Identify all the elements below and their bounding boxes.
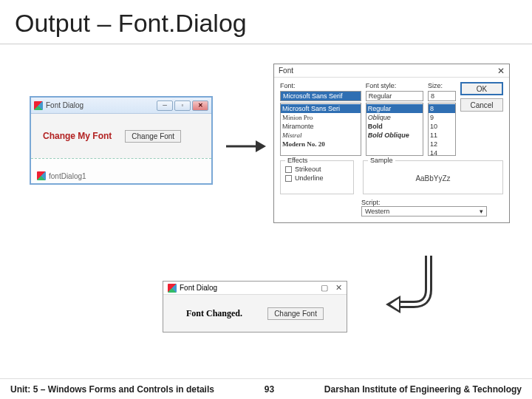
font-input[interactable]: Microsoft Sans Serif: [280, 91, 361, 101]
close-icon[interactable]: ✕: [335, 283, 342, 293]
list-item[interactable]: Mistral: [282, 131, 359, 140]
footer-unit: Unit: 5 – Windows Forms and Controls in …: [10, 384, 214, 395]
app-icon: [34, 101, 43, 110]
close-button[interactable]: ✕: [192, 100, 208, 111]
list-item[interactable]: Bold: [368, 122, 421, 131]
svg-marker-1: [256, 140, 266, 152]
list-item[interactable]: 10: [430, 122, 454, 131]
size-input[interactable]: 8: [428, 91, 456, 101]
slide-footer: Unit: 5 – Windows Forms and Controls in …: [0, 378, 532, 399]
list-item[interactable]: Bold Oblique: [368, 131, 421, 140]
list-item[interactable]: Miramonte: [282, 122, 359, 131]
effects-group: Effects Strikeout Underline: [280, 160, 354, 194]
list-item[interactable]: 9: [430, 113, 454, 122]
fontdialog-component-label: fontDialog1: [49, 172, 86, 180]
slide-title: Output – Font.Dialog: [0, 0, 532, 44]
sample-group: Sample AaBbYyZz: [363, 160, 503, 194]
font-dialog: Font ✕ Font: Microsoft Sans Serif Micros…: [273, 64, 510, 223]
maximize-button[interactable]: ▫: [174, 100, 191, 111]
change-my-font-label: Change My Font: [43, 131, 112, 141]
font-listbox[interactable]: Microsoft Sans Seri Minion Pro Miramonte…: [280, 103, 361, 156]
font-label: Font:: [280, 82, 361, 89]
strikeout-checkbox[interactable]: [285, 166, 292, 173]
list-item[interactable]: 12: [430, 140, 454, 149]
footer-institute: Darshan Institute of Engineering & Techn…: [324, 384, 522, 395]
app-icon: [168, 284, 177, 293]
maximize-icon[interactable]: ▢: [321, 283, 328, 293]
titlebar: Font Dialog ─ ▫ ✕: [31, 98, 211, 114]
fontdialog-component-icon: [37, 171, 46, 180]
minimize-button[interactable]: ─: [157, 100, 173, 111]
strikeout-label: Strikeout: [295, 166, 321, 173]
arrow-right-icon: [223, 132, 267, 161]
demo-window-after: Font Dialog ▢ ✕ Font Changed. Change Fon…: [163, 281, 347, 332]
change-font-button[interactable]: Change Font: [267, 307, 324, 320]
arrow-down-curve-icon: [384, 253, 443, 319]
font-style-listbox[interactable]: Regular Oblique Bold Bold Oblique: [366, 103, 423, 156]
size-label: Size:: [428, 82, 456, 89]
font-changed-label: Font Changed.: [186, 308, 242, 319]
font-dialog-titlebar: Font ✕: [274, 64, 509, 78]
window-title: Font Dialog: [180, 284, 217, 292]
script-value: Western: [365, 208, 389, 215]
list-item[interactable]: Minion Pro: [282, 113, 359, 122]
underline-label: Underline: [295, 174, 324, 182]
sample-text: AaBbYyZz: [415, 174, 450, 183]
script-select[interactable]: Western ▾: [361, 206, 487, 216]
window-title: Font Dialog: [46, 101, 83, 109]
ok-button[interactable]: OK: [460, 82, 503, 95]
list-item[interactable]: 8: [429, 104, 455, 113]
font-dialog-title: Font: [279, 66, 293, 75]
chevron-down-icon: ▾: [480, 208, 483, 215]
footer-page-number: 93: [265, 384, 274, 395]
font-style-input[interactable]: Regular: [366, 91, 423, 101]
component-tray: fontDialog1: [31, 158, 211, 183]
list-item[interactable]: Modern No. 20: [282, 140, 359, 149]
underline-checkbox[interactable]: [285, 175, 292, 182]
effects-legend: Effects: [285, 157, 310, 164]
sample-legend: Sample: [368, 157, 395, 164]
demo-window-before: Font Dialog ─ ▫ ✕ Change My Font Change …: [30, 96, 213, 185]
size-listbox[interactable]: 8 9 10 11 12 14 16: [428, 103, 456, 156]
font-style-label: Font style:: [366, 82, 423, 89]
change-font-button[interactable]: Change Font: [125, 130, 181, 143]
close-icon[interactable]: ✕: [497, 66, 505, 76]
cancel-button[interactable]: Cancel: [460, 98, 503, 112]
list-item[interactable]: Microsoft Sans Seri: [281, 104, 361, 113]
script-label: Script:: [361, 199, 381, 206]
list-item[interactable]: 11: [430, 131, 454, 140]
titlebar: Font Dialog ▢ ✕: [163, 282, 347, 295]
list-item[interactable]: Oblique: [368, 113, 421, 122]
list-item[interactable]: 14: [430, 149, 454, 156]
list-item[interactable]: Regular: [366, 104, 423, 113]
